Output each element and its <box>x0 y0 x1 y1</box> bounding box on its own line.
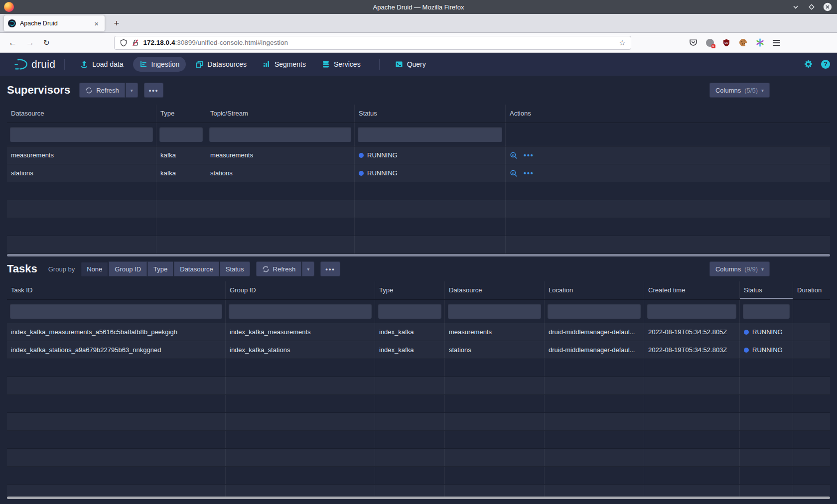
bookmark-star-icon[interactable]: ☆ <box>619 38 625 47</box>
tasks-refresh-caret-button[interactable]: ▾ <box>302 261 314 276</box>
cell-group-id[interactable]: index_kafka_stations <box>226 341 375 359</box>
colorful-asterisk-extension-icon[interactable] <box>756 38 764 47</box>
menu-icon[interactable] <box>773 40 780 46</box>
cell-status[interactable]: RUNNING <box>740 323 793 341</box>
group-id-filter-input[interactable] <box>229 304 372 319</box>
window-maximize-icon[interactable] <box>807 2 816 11</box>
type-filter-input[interactable] <box>159 127 203 142</box>
column-header-created-time[interactable]: Created time <box>644 281 740 299</box>
nav-item-ingestion[interactable]: Ingestion <box>133 57 186 72</box>
supervisor-row[interactable]: measurements kafka measurements RUNNING … <box>7 146 830 164</box>
cell-status[interactable]: RUNNING <box>740 341 793 359</box>
nav-item-datasources[interactable]: Datasources <box>189 57 253 72</box>
supervisors-more-button[interactable]: ••• <box>144 83 164 98</box>
druid-logo[interactable]: druid <box>14 58 55 71</box>
cell-group-id[interactable]: index_kafka_measurements <box>226 323 375 341</box>
cell-datasource[interactable]: measurements <box>445 323 545 341</box>
cell-task-id[interactable]: index_kafka_stations_a9a679b22795b63_nnk… <box>7 341 226 359</box>
nav-item-services[interactable]: Services <box>315 57 367 72</box>
cell-created-time[interactable]: 2022-08-19T05:34:52.803Z <box>644 341 740 359</box>
column-header-task-id[interactable]: Task ID <box>7 281 226 299</box>
cell-created-time[interactable]: 2022-08-19T05:34:52.805Z <box>644 323 740 341</box>
cell-type[interactable]: kafka <box>156 146 206 164</box>
cell-topic[interactable]: stations <box>206 164 355 182</box>
nav-item-query[interactable]: Query <box>389 57 432 72</box>
task-id-filter-input[interactable] <box>10 304 222 319</box>
extension-disabled-icon[interactable]: × <box>706 39 714 47</box>
column-header-group-id[interactable]: Group ID <box>226 281 375 299</box>
window-minimize-icon[interactable] <box>791 2 800 11</box>
nav-item-segments[interactable]: Segments <box>256 57 312 72</box>
group-by-status-button[interactable]: Status <box>220 261 250 276</box>
cell-location[interactable]: druid-middlemanager-defaul... <box>545 323 644 341</box>
cell-datasource[interactable]: measurements <box>7 146 156 164</box>
location-filter-input[interactable] <box>548 304 641 319</box>
cookie-extension-icon[interactable] <box>739 38 747 47</box>
type-filter-input[interactable] <box>378 304 441 319</box>
nav-item-load-data[interactable]: Load data <box>74 57 130 72</box>
cell-task-id[interactable]: index_kafka_measurements_a5616c5ba8afb8b… <box>7 323 226 341</box>
supervisors-refresh-button[interactable]: Refresh <box>79 83 125 98</box>
forward-icon[interactable]: → <box>21 36 39 50</box>
back-icon[interactable]: ← <box>4 36 21 50</box>
window-close-icon[interactable] <box>823 2 832 11</box>
cell-type[interactable]: index_kafka <box>375 323 445 341</box>
url-bar[interactable]: 172.18.0.4:30899/unified-console.html#in… <box>114 36 631 50</box>
created-time-filter-input[interactable] <box>647 304 736 319</box>
status-filter-input[interactable] <box>743 304 790 319</box>
column-header-location[interactable]: Location <box>545 281 644 299</box>
cell-type[interactable]: index_kafka <box>375 341 445 359</box>
row-more-icon[interactable]: ••• <box>524 152 534 159</box>
tasks-columns-button[interactable]: Columns (9/9) ▾ <box>709 261 770 276</box>
status-dot <box>359 153 364 158</box>
cell-location[interactable]: druid-middlemanager-defaul... <box>545 341 644 359</box>
topic-stream-filter-input[interactable] <box>209 127 351 142</box>
search-template-icon[interactable] <box>510 151 518 159</box>
cell-topic[interactable]: measurements <box>206 146 355 164</box>
tab-apache-druid[interactable]: Apache Druid × <box>4 15 105 31</box>
group-by-datasource-button[interactable]: Datasource <box>174 261 219 276</box>
new-tab-button[interactable]: + <box>110 16 124 30</box>
tracking-shield-icon[interactable] <box>120 39 128 47</box>
column-header-status[interactable]: Status <box>740 281 793 299</box>
column-header-type[interactable]: Type <box>156 105 206 123</box>
supervisors-columns-button[interactable]: Columns (5/5) ▾ <box>709 83 770 98</box>
column-header-topic-stream[interactable]: Topic/Stream <box>206 105 355 123</box>
group-by-none-button[interactable]: None <box>81 261 108 276</box>
gear-icon[interactable] <box>804 60 813 69</box>
column-header-type[interactable]: Type <box>375 281 445 299</box>
cell-datasource[interactable]: stations <box>7 164 156 182</box>
column-header-duration[interactable]: Duration <box>793 281 830 299</box>
tab-close-icon[interactable]: × <box>92 19 101 28</box>
group-by-group-id-button[interactable]: Group ID <box>109 261 147 276</box>
cell-duration[interactable] <box>793 341 830 359</box>
url-text[interactable]: 172.18.0.4:30899/unified-console.html#in… <box>143 39 615 46</box>
tasks-more-button[interactable]: ••• <box>320 261 340 276</box>
reload-icon[interactable]: ↻ <box>39 36 54 49</box>
datasource-filter-input[interactable] <box>10 127 153 142</box>
column-header-datasource[interactable]: Datasource <box>7 105 156 123</box>
group-by-type-button[interactable]: Type <box>147 261 173 276</box>
status-filter-input[interactable] <box>358 127 502 142</box>
search-template-icon[interactable] <box>510 169 518 177</box>
task-row[interactable]: index_kafka_measurements_a5616c5ba8afb8b… <box>7 323 830 341</box>
help-icon[interactable]: ? <box>821 60 830 69</box>
insecure-lock-icon[interactable] <box>132 39 140 47</box>
pocket-icon[interactable] <box>689 38 698 47</box>
column-header-datasource[interactable]: Datasource <box>445 281 545 299</box>
supervisors-refresh-caret-button[interactable]: ▾ <box>126 83 138 98</box>
cell-type[interactable]: kafka <box>156 164 206 182</box>
horizontal-scrollbar[interactable] <box>7 497 830 499</box>
cell-status[interactable]: RUNNING <box>355 164 506 182</box>
cell-datasource[interactable]: stations <box>445 341 545 359</box>
row-more-icon[interactable]: ••• <box>524 170 534 177</box>
supervisor-row[interactable]: stations kafka stations RUNNING ••• <box>7 164 830 182</box>
column-header-status[interactable]: Status <box>355 105 506 123</box>
tasks-refresh-button[interactable]: Refresh <box>256 261 302 276</box>
ublock-origin-icon[interactable]: UO <box>722 39 730 47</box>
task-row[interactable]: index_kafka_stations_a9a679b22795b63_nnk… <box>7 341 830 359</box>
cell-duration[interactable] <box>793 323 830 341</box>
status-label: RUNNING <box>752 341 783 359</box>
cell-status[interactable]: RUNNING <box>355 146 506 164</box>
datasource-filter-input[interactable] <box>448 304 541 319</box>
